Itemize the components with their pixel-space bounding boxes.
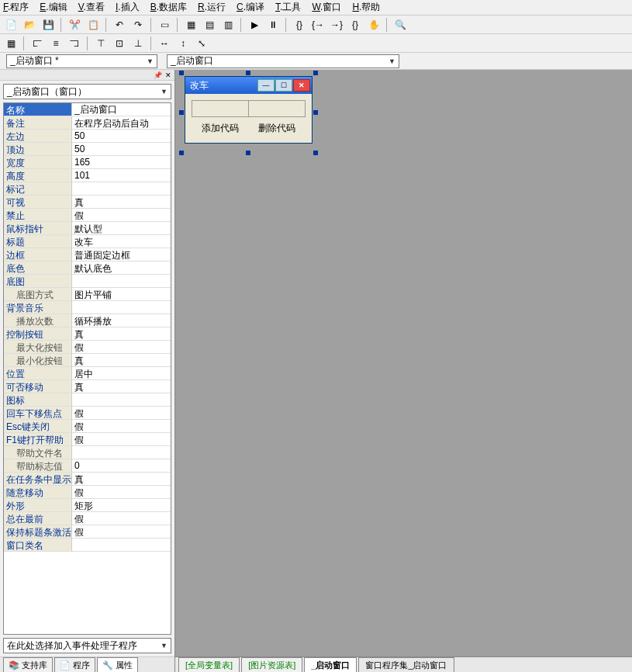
new-icon[interactable]: 📄 bbox=[3, 17, 19, 33]
align-left-icon[interactable]: ⫍ bbox=[29, 36, 45, 51]
property-value[interactable]: 真 bbox=[72, 354, 171, 366]
undo-icon[interactable]: ↶ bbox=[112, 17, 127, 33]
property-value[interactable]: 真 bbox=[72, 196, 171, 208]
align-right-icon[interactable]: ⫎ bbox=[67, 36, 82, 51]
menu-item[interactable]: V.查看 bbox=[78, 1, 105, 14]
size-wh-icon[interactable]: ⤡ bbox=[194, 36, 209, 51]
property-value[interactable] bbox=[72, 446, 171, 459]
property-row[interactable]: 备注在程序启动后自动 bbox=[4, 116, 171, 130]
minimize-button[interactable]: — bbox=[257, 79, 275, 92]
property-value[interactable]: 假 bbox=[72, 486, 171, 498]
property-row[interactable]: 最小化按钮真 bbox=[4, 354, 171, 367]
property-value[interactable]: 假 bbox=[72, 525, 171, 538]
property-value[interactable]: 默认型 bbox=[72, 222, 171, 234]
menu-item[interactable]: W.窗口 bbox=[312, 1, 341, 14]
layout3-icon[interactable]: ▥ bbox=[220, 17, 236, 33]
step3-icon[interactable]: →} bbox=[329, 17, 344, 33]
property-value[interactable]: 假 bbox=[72, 512, 171, 525]
event-handler-combo[interactable]: 在此处选择加入事件处理子程序 ▼ bbox=[3, 638, 171, 653]
property-row[interactable]: 回车下移焦点假 bbox=[4, 407, 171, 420]
close-icon[interactable]: ✕ bbox=[165, 71, 171, 79]
designer-tab[interactable]: [图片资源表] bbox=[241, 657, 302, 672]
property-value[interactable]: 改车 bbox=[72, 235, 171, 248]
property-value[interactable] bbox=[72, 275, 171, 287]
maximize-button[interactable]: ☐ bbox=[275, 79, 292, 92]
property-value[interactable] bbox=[72, 182, 171, 195]
property-row[interactable]: Esc键关闭假 bbox=[4, 420, 171, 433]
close-button[interactable]: ✕ bbox=[293, 79, 310, 92]
property-row[interactable]: 在任务条中显示真 bbox=[4, 473, 171, 486]
save-icon[interactable]: 💾 bbox=[40, 17, 56, 33]
panel-tab[interactable]: 🔧属性 bbox=[97, 657, 138, 672]
property-value[interactable]: 50 bbox=[72, 143, 171, 155]
property-row[interactable]: 顶边50 bbox=[4, 143, 171, 156]
align-mid-icon[interactable]: ⊡ bbox=[112, 36, 127, 51]
design-form[interactable]: 改车 — ☐ ✕ 添加代码 删除代码 bbox=[185, 76, 313, 144]
property-row[interactable]: 图标 bbox=[4, 393, 171, 407]
form-designer[interactable]: 改车 — ☐ ✕ 添加代码 删除代码 [全局变量表][图片资源表]_启动窗口窗口… bbox=[175, 70, 632, 672]
property-value[interactable]: 假 bbox=[72, 420, 171, 432]
pause-icon[interactable]: ⏸ bbox=[265, 17, 281, 33]
property-row[interactable]: 底色默认底色 bbox=[4, 262, 171, 275]
property-value[interactable]: 101 bbox=[72, 169, 171, 182]
run-icon[interactable]: ▶ bbox=[247, 17, 262, 33]
property-row[interactable]: 宽度165 bbox=[4, 156, 171, 169]
align-bot-icon[interactable]: ⊥ bbox=[130, 36, 146, 51]
menu-item[interactable]: H.帮助 bbox=[352, 1, 380, 14]
property-value[interactable] bbox=[72, 539, 171, 551]
property-row[interactable]: 保持标题条激活假 bbox=[4, 525, 171, 539]
property-row[interactable]: 可否移动真 bbox=[4, 380, 171, 393]
property-row[interactable]: 总在最前假 bbox=[4, 512, 171, 525]
property-row[interactable]: 控制按钮真 bbox=[4, 327, 171, 341]
align-top-icon[interactable]: ⊤ bbox=[93, 36, 109, 51]
form-button-1[interactable] bbox=[192, 101, 249, 116]
layout-icon[interactable]: ▦ bbox=[183, 17, 199, 33]
property-value[interactable]: 在程序启动后自动 bbox=[72, 116, 171, 129]
pin-icon[interactable]: 📌 bbox=[154, 71, 162, 79]
redo-icon[interactable]: ↷ bbox=[130, 17, 146, 33]
property-row[interactable]: 底图 bbox=[4, 275, 171, 288]
property-value[interactable] bbox=[72, 301, 171, 313]
property-value[interactable]: 真 bbox=[72, 473, 171, 485]
step2-icon[interactable]: {→ bbox=[310, 17, 326, 33]
size-w-icon[interactable]: ↔ bbox=[157, 36, 172, 51]
designer-tab[interactable]: [全局变量表] bbox=[178, 657, 240, 672]
property-row[interactable]: 播放次数循环播放 bbox=[4, 314, 171, 327]
property-row[interactable]: 标题改车 bbox=[4, 235, 171, 248]
property-row[interactable]: 底图方式图片平铺 bbox=[4, 288, 171, 301]
property-value[interactable]: 图片平铺 bbox=[72, 288, 171, 300]
property-input[interactable] bbox=[74, 104, 171, 115]
property-value[interactable]: 居中 bbox=[72, 367, 171, 379]
menu-item[interactable]: I.插入 bbox=[116, 1, 140, 14]
property-value[interactable]: 真 bbox=[72, 380, 171, 393]
menu-item[interactable]: T.工具 bbox=[275, 1, 301, 14]
property-value[interactable]: 普通固定边框 bbox=[72, 248, 171, 261]
property-value[interactable]: 默认底色 bbox=[72, 262, 171, 274]
designer-tab[interactable]: 窗口程序集_启动窗口 bbox=[358, 657, 454, 672]
property-row[interactable]: 禁止假 bbox=[4, 209, 171, 222]
property-row[interactable]: 外形矩形 bbox=[4, 499, 171, 512]
find-icon[interactable]: 🔍 bbox=[392, 17, 408, 33]
menu-item[interactable]: C.编译 bbox=[237, 1, 264, 14]
property-row[interactable]: 左边50 bbox=[4, 130, 171, 143]
property-value[interactable]: 假 bbox=[72, 209, 171, 221]
copy-icon[interactable]: 📋 bbox=[85, 17, 101, 33]
open-icon[interactable]: 📂 bbox=[22, 17, 37, 33]
property-row[interactable]: 最大化按钮假 bbox=[4, 341, 171, 354]
size-h-icon[interactable]: ↕ bbox=[175, 36, 191, 51]
property-row[interactable]: F1键打开帮助假 bbox=[4, 433, 171, 446]
property-value[interactable]: 假 bbox=[72, 407, 171, 419]
property-value[interactable] bbox=[72, 393, 171, 406]
property-value[interactable]: 矩形 bbox=[72, 499, 171, 511]
property-value[interactable]: 假 bbox=[72, 433, 171, 445]
designer-tab[interactable]: _启动窗口 bbox=[304, 657, 357, 672]
panel-tab[interactable]: 📚支持库 bbox=[3, 657, 53, 672]
property-row[interactable]: 随意移动假 bbox=[4, 486, 171, 499]
form-titlebar[interactable]: 改车 — ☐ ✕ bbox=[185, 77, 312, 94]
property-value[interactable]: 165 bbox=[72, 156, 171, 168]
menu-item[interactable]: F.程序 bbox=[3, 1, 29, 14]
property-row[interactable]: 帮助文件名 bbox=[4, 446, 171, 459]
step-icon[interactable]: {} bbox=[292, 17, 307, 33]
property-row[interactable]: 名称…▾ bbox=[4, 103, 171, 116]
property-row[interactable]: 标记 bbox=[4, 182, 171, 196]
